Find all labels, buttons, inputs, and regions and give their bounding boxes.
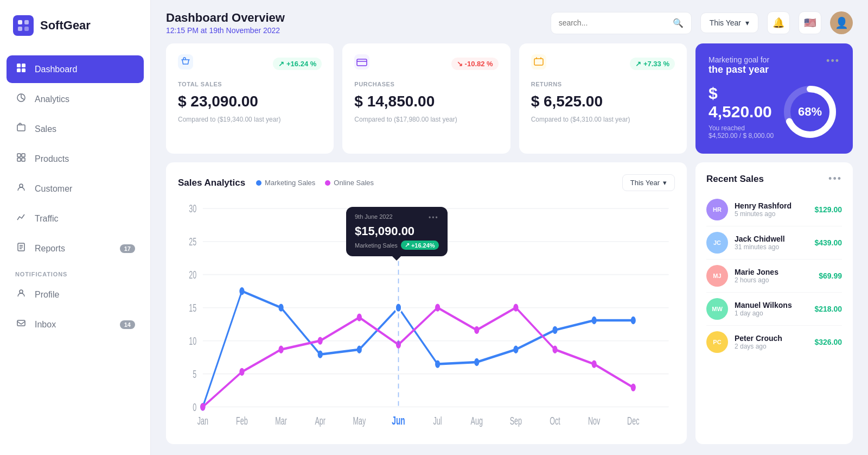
svg-text:20: 20 [189,269,196,281]
marketing-title: Marketing goal for [709,55,769,64]
svg-point-61 [435,304,440,312]
svg-point-44 [239,287,244,295]
sale-item: PC Peter Crouch 2 days ago $326.00 [706,326,842,358]
search-box[interactable]: 🔍 [551,12,692,34]
total-sales-icon [178,54,193,73]
flag-button[interactable]: 🇺🇸 [799,11,821,34]
stat-compare: Compared to ($4,310.00 last year) [531,116,675,123]
stat-label: PURCHASES [354,81,498,87]
sale-item: HR Henry Rashford 5 minutes ago $129.00 [706,193,842,226]
sale-time: 2 days ago [735,343,808,350]
sidebar-item-profile[interactable]: Profile [7,281,144,308]
sidebar-item-customer[interactable]: Customer [7,175,144,203]
marketing-subtitle: the past year [709,64,769,75]
stat-badge: ↘ -10.82 % [451,58,499,70]
svg-rect-12 [17,158,21,161]
svg-text:30: 30 [189,203,196,215]
svg-point-46 [318,351,323,358]
svg-text:25: 25 [189,236,196,248]
svg-rect-9 [17,125,25,131]
svg-text:Jun: Jun [392,414,405,427]
marketing-amount: $ 4,520.00 [709,84,780,121]
sale-time: 31 minutes ago [735,243,808,251]
sidebar-item-traffic[interactable]: Traffic [7,205,144,232]
sale-avatar: JC [706,232,728,254]
more-options-icon[interactable]: ••• [828,173,842,185]
sale-amount: $326.00 [814,338,842,346]
sale-avatar: HR [706,199,728,220]
svg-rect-5 [22,64,25,67]
chart-filter-button[interactable]: This Year ▾ [622,174,675,191]
sale-info: Marie Jones 2 hours ago [735,268,812,284]
inbox-icon [15,318,27,331]
chevron-down-icon: ▾ [745,18,749,27]
svg-point-52 [552,326,557,334]
svg-rect-20 [17,320,25,326]
trend-icon: ↗ [278,60,284,68]
sidebar-item-label: Traffic [35,214,59,224]
svg-point-56 [239,368,244,376]
sidebar-item-products[interactable]: Products [7,145,144,173]
sale-avatar: MW [706,298,728,320]
recent-sales-card: Recent Sales ••• HR Henry Rashford 5 min… [695,162,853,444]
svg-text:5: 5 [193,368,196,381]
svg-rect-21 [178,54,193,69]
sale-info: Henry Rashford 5 minutes ago [735,201,808,218]
svg-point-64 [552,346,557,353]
stat-compare: Compared to ($17,980.00 last year) [354,116,498,123]
reports-icon [15,242,27,255]
sales-icon [15,123,27,135]
svg-rect-7 [22,68,25,72]
svg-point-55 [200,403,205,410]
svg-text:Apr: Apr [315,415,326,427]
year-filter-button[interactable]: This Year ▾ [700,12,758,33]
sidebar-item-label: Inbox [35,320,56,330]
stats-row: ↗ +16.24 % TOTAL SALES $ 23,090.00 Compa… [166,43,687,154]
chart-filter-label: This Year [630,179,660,187]
avatar[interactable]: 👤 [830,11,853,34]
stat-card-top: ↗ +7.33 % [531,54,675,73]
svg-text:Jul: Jul [433,415,442,427]
chart-title: Sales Analytics [178,178,245,188]
legend-dot [325,180,330,186]
sale-time: 2 hours ago [735,276,812,284]
sidebar-item-dashboard[interactable]: Dashboard [7,55,144,83]
sidebar-item-analytics[interactable]: Analytics [7,85,144,113]
stat-value: $ 14,850.00 [354,93,498,110]
svg-point-53 [592,317,597,324]
more-options-icon[interactable]: ••• [826,55,840,67]
customer-icon [15,182,27,195]
traffic-icon [15,212,27,225]
sale-info: Jack Chidwell 31 minutes ago [735,235,808,251]
sidebar-item-inbox[interactable]: Inbox 14 [7,311,144,338]
chart-legend: Marketing Sales Online Sales [256,179,374,187]
sidebar-item-label: Customer [35,184,72,194]
notifications-button[interactable]: 🔔 [767,11,790,34]
sale-amount: $218.00 [814,305,842,313]
header: Dashboard Overview 12:15 PM at 19th Nove… [151,0,868,43]
svg-rect-13 [22,158,25,161]
marketing-footer: You reached $4,520.00 / $ 8,000.00 [709,124,780,140]
svg-text:Jan: Jan [197,415,208,427]
sidebar-item-label: Products [35,154,69,164]
svg-point-58 [318,337,323,344]
stat-label: TOTAL SALES [178,81,322,87]
donut-chart: 68% [780,82,840,142]
chart-area: 0 5 10 15 20 25 30 [178,199,675,432]
svg-rect-3 [24,27,29,31]
sale-item: MW Manuel Wilkons 1 day ago $218.00 [706,293,842,326]
sidebar-item-sales[interactable]: Sales [7,115,144,143]
flag-icon: 🇺🇸 [804,17,816,29]
svg-text:Dec: Dec [627,415,639,427]
svg-point-50 [474,358,479,366]
marketing-goal-card: Marketing goal for the past year ••• $ 4… [695,43,853,154]
search-input[interactable] [559,18,668,27]
svg-text:Aug: Aug [471,415,483,427]
sidebar-item-reports[interactable]: Reports 17 [7,235,144,262]
sale-avatar: PC [706,331,728,353]
sale-item: JC Jack Chidwell 31 minutes ago $439.00 [706,226,842,260]
search-icon: 🔍 [673,18,684,28]
sale-time: 5 minutes ago [735,210,808,218]
svg-point-49 [435,360,440,368]
sale-amount: $129.00 [814,205,842,214]
